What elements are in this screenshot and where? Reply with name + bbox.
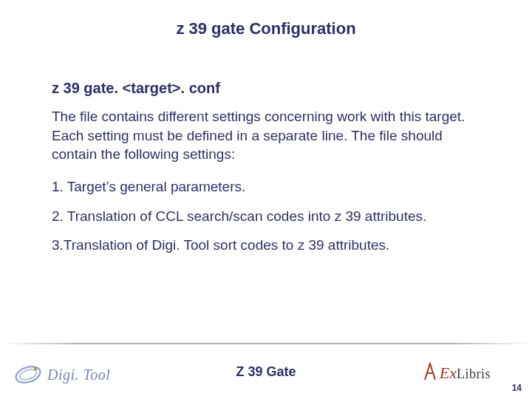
list-item: 1. Target’s general parameters. bbox=[52, 177, 480, 197]
exlibris-prefix: Ex bbox=[440, 364, 457, 382]
footer-divider bbox=[0, 343, 532, 344]
intro-paragraph: The file contains different settings con… bbox=[52, 107, 480, 164]
content-area: z 39 gate. <target>. conf The file conta… bbox=[52, 80, 480, 265]
slide-title: z 39 gate Configuration bbox=[0, 19, 532, 38]
page-number: 14 bbox=[512, 383, 522, 393]
slide: z 39 gate Configuration z 39 gate. <targ… bbox=[0, 0, 532, 399]
exlibris-logo: ExLibris bbox=[423, 362, 491, 384]
list-item: 3.Translation of Digi. Tool sort codes t… bbox=[52, 236, 480, 255]
exlibris-mark-icon bbox=[423, 362, 437, 384]
section-subhead: z 39 gate. <target>. conf bbox=[52, 80, 480, 97]
list-item: 2. Translation of CCL search/scan codes … bbox=[52, 207, 480, 226]
exlibris-rest: Libris bbox=[457, 366, 491, 381]
